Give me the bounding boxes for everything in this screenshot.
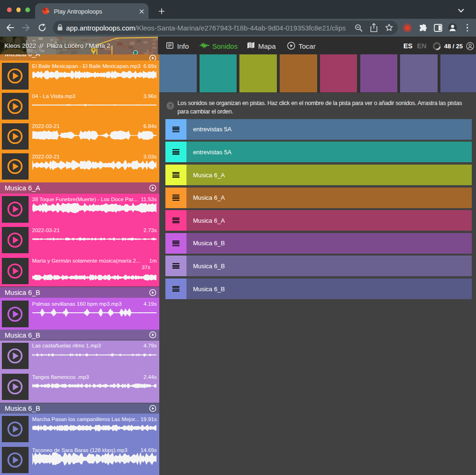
svg-text:?: ?: [168, 103, 171, 109]
